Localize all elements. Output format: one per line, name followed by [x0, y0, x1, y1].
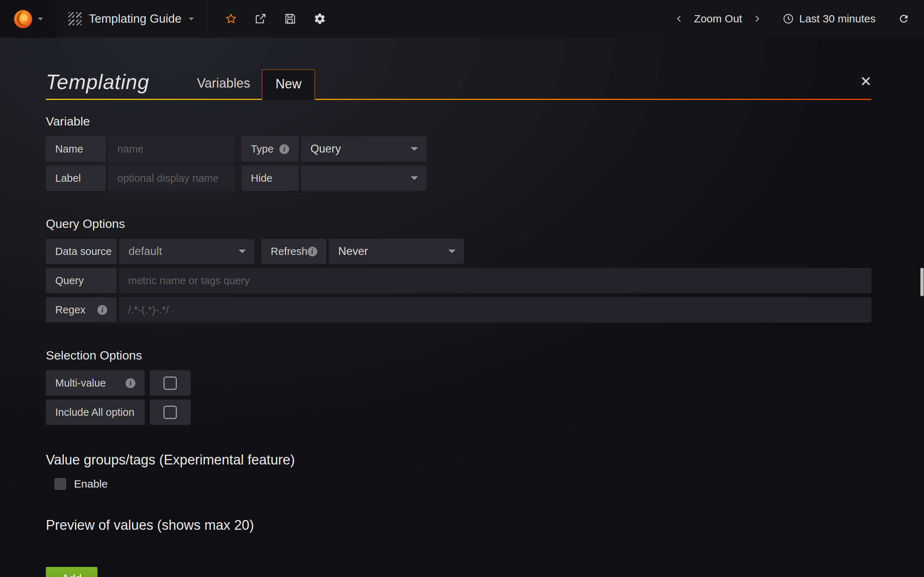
- share-button[interactable]: [254, 12, 267, 25]
- gear-icon: [313, 13, 326, 25]
- name-label: Name: [46, 136, 106, 161]
- caret-down-icon: [38, 18, 43, 23]
- regex-input[interactable]: [119, 297, 871, 322]
- hide-label: Hide: [241, 166, 299, 191]
- query-label: Query: [46, 268, 116, 293]
- type-label: Type: [241, 136, 299, 161]
- templating-header: Templating Variables New: [46, 37, 871, 99]
- name-input[interactable]: [108, 136, 234, 161]
- tab-variables[interactable]: Variables: [186, 76, 262, 99]
- tab-new[interactable]: New: [262, 69, 315, 100]
- save-button[interactable]: [284, 12, 297, 25]
- scrollbar-thumb[interactable]: [921, 268, 924, 296]
- variable-label-row: Label Hide: [46, 166, 871, 191]
- multi-value-checkbox[interactable]: [150, 371, 191, 396]
- settings-button[interactable]: [313, 12, 326, 25]
- info-icon[interactable]: [126, 378, 135, 388]
- save-icon: [284, 13, 296, 25]
- dashboard-picker[interactable]: Templating Guide: [55, 0, 208, 37]
- hide-select[interactable]: [301, 166, 426, 191]
- chevron-right-icon: [753, 13, 761, 24]
- preview-heading: Preview of values (shows max 20): [46, 517, 871, 533]
- time-range-picker[interactable]: Last 30 minutes: [782, 13, 876, 25]
- brand-gradient-divider: [46, 99, 871, 100]
- dashboard-title: Templating Guide: [89, 12, 181, 26]
- query-options-heading: Query Options: [46, 217, 871, 231]
- multi-value-row: Multi-value: [46, 371, 871, 396]
- refresh-label: Refresh: [261, 239, 326, 264]
- include-all-label: Include All option: [46, 400, 145, 425]
- checkbox-unchecked-icon: [163, 377, 177, 390]
- label-input[interactable]: [108, 166, 234, 191]
- selection-options-heading: Selection Options: [46, 348, 871, 363]
- top-navbar: Templating Guide: [0, 0, 924, 37]
- label-label: Label: [46, 166, 106, 191]
- time-shift-back-button[interactable]: [674, 13, 685, 25]
- include-all-row: Include All option: [46, 400, 871, 425]
- add-button[interactable]: Add: [46, 567, 97, 577]
- tabs: Variables New: [186, 69, 315, 99]
- star-icon: [225, 13, 237, 25]
- checkbox-unchecked-icon: [163, 406, 177, 419]
- query-input[interactable]: [119, 268, 871, 293]
- data-source-label: Data source: [46, 239, 116, 264]
- query-row: Query: [46, 268, 871, 293]
- close-button[interactable]: [861, 76, 871, 88]
- grafana-logo-button[interactable]: [0, 0, 55, 37]
- info-icon[interactable]: [97, 305, 107, 315]
- data-source-select[interactable]: default: [119, 239, 254, 264]
- star-button[interactable]: [225, 12, 237, 25]
- chevron-left-icon: [675, 13, 683, 24]
- refresh-icon: [898, 13, 909, 24]
- value-groups-heading: Value groups/tags (Experimental feature): [46, 452, 871, 468]
- regex-label: Regex: [46, 297, 116, 322]
- variable-name-row: Name Type Query: [46, 136, 871, 161]
- include-all-checkbox[interactable]: [150, 400, 191, 425]
- zoom-out-button[interactable]: Zoom Out: [694, 13, 742, 25]
- caret-down-icon: [189, 18, 194, 23]
- enable-label[interactable]: Enable: [74, 478, 108, 490]
- share-icon: [254, 13, 267, 25]
- info-icon[interactable]: [307, 247, 317, 256]
- navbar-spacer: [343, 0, 674, 37]
- navbar-actions: [208, 0, 343, 37]
- close-icon: [861, 76, 871, 87]
- main-content: Templating Variables New: [0, 37, 924, 99]
- datasource-row: Data source default Refresh Never: [46, 239, 871, 264]
- navbar-time-controls: Zoom Out Last 30 minutes: [674, 0, 924, 37]
- dashboard-grid-icon: [69, 12, 82, 25]
- time-range-label: Last 30 minutes: [799, 13, 876, 25]
- regex-row: Regex: [46, 297, 871, 322]
- grafana-logo-icon: [12, 8, 34, 30]
- clock-icon: [782, 13, 794, 24]
- variable-section-heading: Variable: [46, 114, 871, 128]
- refresh-button[interactable]: [897, 12, 910, 25]
- enable-row: Enable: [55, 478, 871, 490]
- page-title: Templating: [46, 70, 149, 94]
- type-select[interactable]: Query: [301, 136, 426, 161]
- info-icon[interactable]: [279, 144, 289, 154]
- multi-value-label: Multi-value: [46, 371, 145, 396]
- refresh-select[interactable]: Never: [329, 239, 464, 264]
- time-shift-forward-button[interactable]: [751, 13, 762, 25]
- enable-checkbox[interactable]: [55, 478, 66, 490]
